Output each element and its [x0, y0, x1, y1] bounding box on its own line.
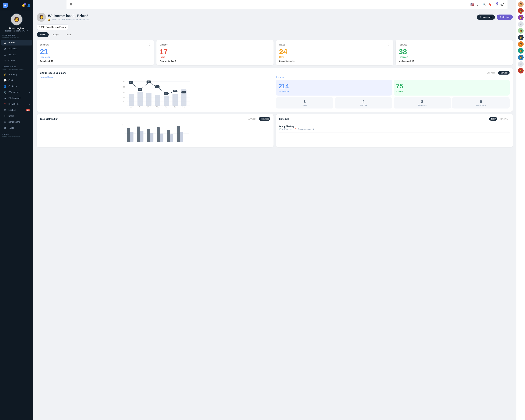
right-avatar-10[interactable]: M [518, 61, 524, 67]
schedule-card: Schedule Today Tomorrow Group Meeting 🕐 [276, 114, 513, 147]
pages-section-label: PAGES [0, 131, 33, 136]
sidebar-item-filemanager[interactable]: ☁ File Manager [1, 95, 32, 101]
stat-needstriage: 6 Needs Triage [452, 97, 510, 109]
overdue-footer: From yesterday: 9 [159, 60, 271, 62]
bookmark-icon[interactable]: 🔖 [489, 3, 492, 6]
schedule-item-arrow[interactable]: › [509, 126, 510, 129]
sidebar-item-scrumboard[interactable]: ▦ Scrumboard [1, 119, 32, 125]
svg-rect-12 [129, 94, 134, 106]
svg-text:18: 18 [123, 97, 125, 98]
sidebar-item-mailbox[interactable]: ✉ Mailbox 27 [1, 107, 32, 113]
sidebar-item-label: Chat [8, 79, 13, 82]
schedule-item: Group Meeting 🕐 in 32 minutes 📍 Conferen… [279, 123, 510, 132]
online-indicator-2 [522, 12, 524, 13]
sidebar-item-finance[interactable]: ◎ Finance [1, 52, 32, 57]
github-lastweek-btn[interactable]: Last Week [485, 71, 497, 75]
right-avatar-6[interactable]: 🧑 [518, 35, 524, 40]
features-menu-icon[interactable]: ⋮ [507, 43, 510, 46]
settings-button[interactable]: ⚙ Settings [497, 15, 513, 20]
main-content: 🧔 Welcome back, Brian! 🔔 You have 2 new … [33, 9, 516, 420]
header-actions: ✉ Messages ⚙ Settings [477, 15, 513, 20]
svg-rect-55 [137, 127, 140, 142]
svg-point-21 [131, 83, 132, 84]
dashboards-section-sub: Unique dashboard designs [0, 37, 33, 40]
svg-point-27 [148, 82, 150, 83]
right-avatar-5[interactable]: 👩 [518, 28, 524, 34]
notification-badge: 3 [24, 3, 26, 5]
search-icon[interactable]: 🔍 [482, 3, 486, 6]
sidebar-item-academy[interactable]: 🎓 Academy [1, 72, 32, 77]
sidebar-item-tasks[interactable]: ⊙ Tasks [1, 125, 32, 131]
tab-team[interactable]: Team [63, 32, 74, 37]
sidebar-item-project[interactable]: ☑ Project [1, 40, 32, 46]
right-avatar-2[interactable]: 👩 [518, 8, 524, 14]
svg-rect-53 [127, 128, 130, 142]
schedule-tomorrow-btn[interactable]: Tomorrow [498, 117, 510, 121]
sidebar-item-helpcenter[interactable]: ❓ Help Center › [1, 101, 32, 107]
summary-menu-icon[interactable]: ⋮ [148, 43, 151, 46]
svg-rect-58 [150, 133, 153, 142]
issues-label: Open [279, 56, 390, 58]
stat-card-issues: Issues ⋮ 24 Open Closed today: 19 [276, 40, 393, 65]
cart-wrap[interactable]: 🛍 5 [495, 3, 498, 6]
task-thisweek-btn[interactable]: This Week [259, 117, 270, 121]
wontfix-label: Won't Fix [336, 104, 391, 106]
github-thisweek-btn[interactable]: This Week [498, 71, 510, 75]
contacts-icon: 👤 [3, 85, 7, 88]
pages-section-sub: Custom made page designs [0, 136, 33, 139]
helpcenter-chevron: › [29, 103, 30, 105]
right-avatar-4[interactable]: M [518, 21, 524, 27]
svg-text:Sat: Sat [174, 106, 176, 108]
app-logo[interactable]: ◆ [3, 3, 8, 8]
svg-text:0: 0 [123, 104, 124, 106]
stat-reopened: 8 Re-opened [394, 97, 451, 109]
stat-fixed: 3 Fixed [276, 97, 333, 109]
closed-label: Closed [396, 90, 507, 93]
right-avatar-7[interactable]: 👩 [518, 41, 524, 47]
right-avatar-11[interactable]: 🧔 [518, 68, 524, 74]
needstriage-num: 6 [454, 99, 508, 104]
helpcenter-icon: ❓ [3, 103, 7, 105]
fullscreen-icon[interactable]: ⛶ [477, 3, 479, 6]
line-chart-wrap: 45 36 27 18 9 0 [40, 80, 273, 108]
messages-button[interactable]: ✉ Messages [477, 15, 495, 20]
closed-card: 75 Closed [394, 80, 510, 95]
sidebar-item-ecommerce[interactable]: 🛒 ECommerce › [1, 89, 32, 95]
stat-wontfix: 4 Won't Fix [335, 97, 392, 109]
right-avatar-9[interactable]: 👩 [518, 55, 524, 60]
schedule-toggle: Today Tomorrow [489, 117, 510, 121]
ecommerce-chevron: › [29, 91, 30, 93]
menu-icon[interactable]: ☰ [70, 3, 73, 6]
subtitle-bell-icon: 🔔 [48, 19, 50, 21]
overdue-menu-icon[interactable]: ⋮ [268, 43, 270, 46]
right-avatar-1[interactable]: 🧔 [518, 1, 524, 7]
tab-home[interactable]: Home [37, 32, 49, 37]
flag-icon[interactable]: 🇺🇸 [470, 3, 474, 6]
right-avatar-3[interactable]: 🧑 [518, 15, 524, 20]
schedule-today-btn[interactable]: Today [489, 117, 497, 121]
topnav-chat-icon[interactable]: 💬 [500, 3, 504, 6]
sidebar-item-analytics[interactable]: ◔ Analytics [1, 46, 32, 51]
needstriage-label: Needs Triage [454, 104, 508, 106]
svg-rect-61 [167, 130, 170, 142]
task-lastweek-btn[interactable]: Last Week [246, 117, 258, 121]
right-avatar-8[interactable]: 🧑 [518, 48, 524, 54]
stat-cards: Summary ⋮ 21 Due Tasks Completed: 13 Ove… [37, 40, 513, 65]
summary-label: Due Tasks [40, 56, 151, 58]
bottom-row: Task Distribution Last Week This Week 40 [37, 114, 513, 147]
notification-bell-wrap[interactable]: 🔔 3 [22, 4, 25, 7]
tab-budget[interactable]: Budget [49, 32, 62, 37]
sidebar-item-label: Notes [8, 115, 14, 117]
project-selector[interactable]: ACME Corp. Backend App ▾ [37, 25, 68, 30]
sidebar-item-notes[interactable]: ✏ Notes [1, 113, 32, 119]
sidebar-item-crypto[interactable]: $ Crypto [1, 58, 32, 63]
issues-menu-icon[interactable]: ⋮ [387, 43, 390, 46]
svg-rect-59 [157, 127, 160, 142]
sidebar-top: ◆ 🔔 3 👤 [0, 0, 33, 10]
sidebar-item-chat[interactable]: 💬 Chat [1, 77, 32, 83]
github-toggle: Last Week This Week [485, 71, 510, 75]
user-circle-icon[interactable]: 👤 [27, 4, 30, 7]
sidebar-item-contacts[interactable]: 👤 Contacts [1, 84, 32, 89]
svg-rect-57 [147, 129, 150, 142]
new-issues-num: 214 [278, 83, 390, 90]
